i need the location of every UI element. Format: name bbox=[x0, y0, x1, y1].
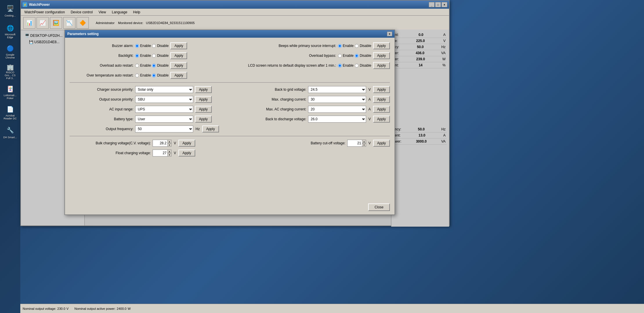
backlight-enable-radio[interactable] bbox=[135, 54, 139, 58]
battery-type-label: Battery type: bbox=[70, 117, 133, 121]
back-discharge-voltage-select[interactable]: 26.0 26.5 27.0 bbox=[308, 116, 366, 123]
desktop-icon-chrome[interactable]: 🔵 Google Chrome bbox=[3, 43, 17, 59]
battery-cutoff-apply-button[interactable]: Apply bbox=[373, 140, 390, 147]
stat-unit-7: Hz bbox=[441, 127, 446, 131]
output-frequency-group: Output frequency: 50 60 Hz Apply bbox=[70, 125, 390, 132]
toolbar-btn-2[interactable]: 📈 bbox=[37, 17, 49, 29]
charger-source-apply-button[interactable]: Apply bbox=[195, 86, 212, 93]
over-temp-apply-button[interactable]: Apply bbox=[170, 72, 187, 79]
battery-type-select[interactable]: User AGM Flooded Lithium bbox=[135, 116, 193, 123]
max-ac-charging-select[interactable]: 20 30 40 bbox=[308, 106, 366, 113]
beeps-primary-disable-radio[interactable] bbox=[355, 44, 359, 48]
battery-type-apply-button[interactable]: Apply bbox=[195, 116, 212, 123]
bulk-charging-unit: V bbox=[174, 141, 176, 145]
battery-cutoff-spinners: ▲ ▼ bbox=[362, 140, 366, 147]
toolbar-btn-1[interactable]: 📊 bbox=[23, 17, 35, 29]
menu-device-control[interactable]: Device control bbox=[68, 10, 95, 15]
buzzer-alarm-disable-radio[interactable] bbox=[152, 44, 156, 48]
overload-auto-restart-disable-radio[interactable] bbox=[152, 64, 156, 68]
overload-auto-restart-enable-radio[interactable] bbox=[135, 64, 139, 68]
back-grid-voltage-select[interactable]: 24.5 25.0 25.5 bbox=[308, 86, 366, 93]
over-temp-disable-radio[interactable] bbox=[152, 74, 156, 77]
stat-power2: wer: 3000.0 VA bbox=[394, 139, 447, 145]
max-ac-charging-apply-button[interactable]: Apply bbox=[373, 106, 390, 113]
max-charging-current-select[interactable]: 30 40 50 60 bbox=[308, 96, 366, 103]
lcd-screen-disable-radio[interactable] bbox=[355, 64, 359, 68]
acrobat-label: Acrobat Reader DC bbox=[3, 114, 17, 120]
stat-label-6: nt: bbox=[395, 63, 399, 67]
stat-label-8: ent: bbox=[395, 133, 401, 137]
stat-label-3: cy: bbox=[395, 45, 399, 49]
desktop-icon-risco[interactable]: 🏢 RISCO Gro... CS Full 3.. bbox=[3, 64, 17, 80]
chrome-icon: 🔵 bbox=[5, 43, 16, 53]
lcd-screen-enable-radio[interactable] bbox=[338, 64, 342, 68]
row-overload-lcd: Overload auto restart: Enable Disable Ap… bbox=[70, 62, 390, 69]
desktop-icon-edge[interactable]: 🌐 Microsoft Edge bbox=[3, 23, 17, 39]
over-temp-enable-label: Enable bbox=[140, 73, 151, 77]
desktop-icon-dh[interactable]: 🔧 DH Smart... bbox=[3, 125, 17, 141]
ac-input-range-select[interactable]: UPS APL bbox=[135, 106, 193, 113]
menu-language[interactable]: Language bbox=[109, 10, 129, 15]
battery-cutoff-down-button[interactable]: ▼ bbox=[362, 143, 366, 147]
edge-icon: 🌐 bbox=[5, 23, 16, 33]
edge-label: Microsoft Edge bbox=[3, 33, 17, 39]
overload-auto-restart-group: Overload auto restart: Enable Disable Ap… bbox=[70, 62, 229, 69]
stat-value-4: 436.0 bbox=[416, 51, 424, 55]
over-temp-enable-radio[interactable] bbox=[135, 74, 139, 77]
beeps-primary-enable-radio[interactable] bbox=[338, 44, 342, 48]
float-charging-down-button[interactable]: ▼ bbox=[167, 153, 171, 156]
back-discharge-apply-button[interactable]: Apply bbox=[373, 116, 390, 123]
battery-cutoff-up-button[interactable]: ▲ bbox=[362, 140, 366, 143]
dh-label: DH Smart... bbox=[3, 136, 17, 139]
maximize-button[interactable]: □ bbox=[435, 2, 441, 7]
max-charging-apply-button[interactable]: Apply bbox=[373, 96, 390, 103]
beeps-primary-label: Beeps while primary source interrupt: bbox=[272, 44, 336, 48]
output-frequency-select[interactable]: 50 60 bbox=[135, 125, 193, 132]
section-dropdowns: Charger source priority: Solar only Sola… bbox=[70, 86, 390, 132]
overload-bypass-apply-button[interactable]: Apply bbox=[373, 52, 390, 59]
bulk-charging-apply-button[interactable]: Apply bbox=[178, 140, 195, 147]
close-button[interactable]: × bbox=[442, 2, 447, 7]
backlight-disable-radio[interactable] bbox=[152, 54, 156, 58]
desktop-icon-cesting[interactable]: 🖥️ Cesting... bbox=[3, 3, 17, 19]
dialog-close-x-button[interactable]: × bbox=[387, 32, 392, 36]
bulk-charging-up-button[interactable]: ▲ bbox=[167, 140, 171, 143]
charger-source-select[interactable]: Solar only Solar first AC first Solar + … bbox=[135, 86, 193, 93]
row-battery-type-discharge: Battery type: User AGM Flooded Lithium A… bbox=[70, 116, 390, 123]
menu-view[interactable]: View bbox=[96, 10, 108, 15]
buzzer-alarm-apply-button[interactable]: Apply bbox=[170, 42, 187, 49]
ac-input-range-apply-button[interactable]: Apply bbox=[195, 106, 212, 113]
overload-bypass-radio-group: Enable Disable bbox=[338, 54, 371, 58]
stat-va: er: 436.0 VA bbox=[394, 50, 447, 56]
toolbar-btn-5[interactable]: 🔶 bbox=[77, 17, 89, 29]
toolbar-btn-3[interactable]: 🖼️ bbox=[50, 17, 62, 29]
lcd-screen-apply-button[interactable]: Apply bbox=[373, 62, 390, 69]
buzzer-alarm-enable-radio[interactable] bbox=[135, 44, 139, 48]
float-charging-up-button[interactable]: ▲ bbox=[167, 150, 171, 153]
output-source-group: Output source priority: SBU SUB UTI SOL … bbox=[70, 96, 229, 103]
backlight-apply-button[interactable]: Apply bbox=[170, 52, 187, 59]
desktop-icon-acrobat[interactable]: 📄 Acrobat Reader DC bbox=[3, 104, 17, 120]
float-charging-apply-button[interactable]: Apply bbox=[178, 150, 195, 156]
menu-watchpower-config[interactable]: WatchPower configuration bbox=[22, 10, 67, 15]
toolbar-btn-4[interactable]: 📉 bbox=[63, 17, 75, 29]
output-frequency-apply-button[interactable]: Apply bbox=[202, 125, 219, 132]
overload-bypass-enable-radio[interactable] bbox=[338, 54, 342, 58]
overload-auto-restart-apply-button[interactable]: Apply bbox=[170, 62, 187, 69]
battery-type-select-wrapper: User AGM Flooded Lithium bbox=[135, 116, 193, 123]
battery-cutoff-group: Battery cut-off voltage: ▲ ▼ V Apply bbox=[231, 140, 390, 147]
toolbar-admin: Administrator Monitored device: USB2D1D4… bbox=[96, 21, 195, 25]
minimize-button[interactable]: _ bbox=[429, 2, 435, 7]
desktop-icon-lotto[interactable]: 🃏 Lottomati... Poker bbox=[3, 84, 17, 100]
output-source-select[interactable]: SBU SUB UTI SOL bbox=[135, 96, 193, 103]
ac-input-select-wrapper: UPS APL bbox=[135, 106, 193, 113]
bulk-charging-down-button[interactable]: ▼ bbox=[167, 143, 171, 147]
menu-help[interactable]: Help bbox=[131, 10, 143, 15]
back-grid-voltage-apply-button[interactable]: Apply bbox=[373, 86, 390, 93]
stat-unit-3: Hz bbox=[441, 45, 446, 49]
dialog-close-button[interactable]: Close bbox=[368, 203, 390, 211]
beeps-primary-apply-button[interactable]: Apply bbox=[373, 42, 390, 49]
output-source-apply-button[interactable]: Apply bbox=[195, 96, 212, 103]
back-discharge-voltage-group: Back to discharge voltage: 26.0 26.5 27.… bbox=[231, 116, 390, 123]
overload-bypass-disable-radio[interactable] bbox=[355, 54, 359, 58]
